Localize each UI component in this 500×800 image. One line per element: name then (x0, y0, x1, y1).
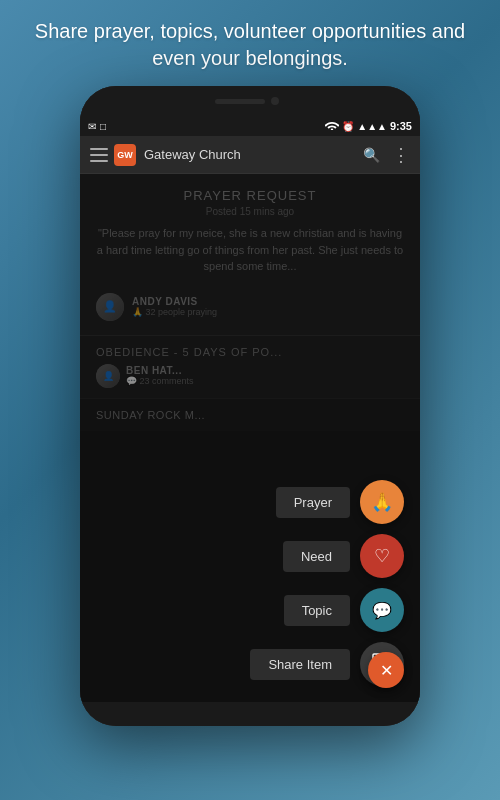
fab-prayer-row: Prayer 🙏 (276, 480, 404, 524)
notification-icon: □ (100, 121, 106, 132)
main-content: PRAYER REQUEST Posted 15 mins ago "Pleas… (80, 174, 420, 702)
fab-menu-area: Prayer 🙏 Need ♡ Topic 💬 (80, 480, 420, 702)
more-options-icon[interactable]: ⋮ (392, 144, 410, 166)
alarm-icon: ⏰ (342, 121, 354, 132)
phone-speaker (215, 99, 265, 104)
phone-top-hardware (80, 86, 420, 116)
share-item-label: Share Item (250, 649, 350, 680)
status-left-icons: ✉ □ (88, 121, 106, 132)
email-icon: ✉ (88, 121, 96, 132)
app-toolbar: GW Gateway Church 🔍 ⋮ (80, 136, 420, 174)
need-label: Need (283, 541, 350, 572)
close-icon: ✕ (380, 661, 393, 680)
prayer-hands-icon: 🙏 (371, 491, 393, 513)
fab-topic-row: Topic 💬 (284, 588, 404, 632)
chat-icon: 💬 (372, 601, 392, 620)
phone-bottom-hardware (80, 702, 420, 726)
topic-label: Topic (284, 595, 350, 626)
topic-fab-button[interactable]: 💬 (360, 588, 404, 632)
need-fab-button[interactable]: ♡ (360, 534, 404, 578)
toolbar-actions: 🔍 ⋮ (363, 144, 410, 166)
heart-icon: ♡ (374, 545, 390, 567)
search-icon[interactable]: 🔍 (363, 147, 380, 163)
app-name: Gateway Church (144, 147, 363, 162)
prayer-fab-button[interactable]: 🙏 (360, 480, 404, 524)
wifi-icon (325, 120, 339, 132)
prayer-label: Prayer (276, 487, 350, 518)
phone-shell: ✉ □ ⏰ ▲▲▲ 9:35 GW Gateway Church 🔍 (80, 86, 420, 726)
fab-need-row: Need ♡ (283, 534, 404, 578)
tagline-text: Share prayer, topics, volunteer opportun… (35, 20, 465, 69)
menu-icon[interactable] (90, 148, 108, 162)
close-fab-button[interactable]: ✕ (368, 652, 404, 688)
status-bar: ✉ □ ⏰ ▲▲▲ 9:35 (80, 116, 420, 136)
signal-bars: ▲▲▲ (357, 121, 387, 132)
status-right-icons: ⏰ ▲▲▲ 9:35 (325, 120, 412, 132)
phone-camera (271, 97, 279, 105)
status-time: 9:35 (390, 120, 412, 132)
tagline-container: Share prayer, topics, volunteer opportun… (0, 0, 500, 86)
app-logo: GW (114, 144, 136, 166)
screen: ✉ □ ⏰ ▲▲▲ 9:35 GW Gateway Church 🔍 (80, 116, 420, 702)
